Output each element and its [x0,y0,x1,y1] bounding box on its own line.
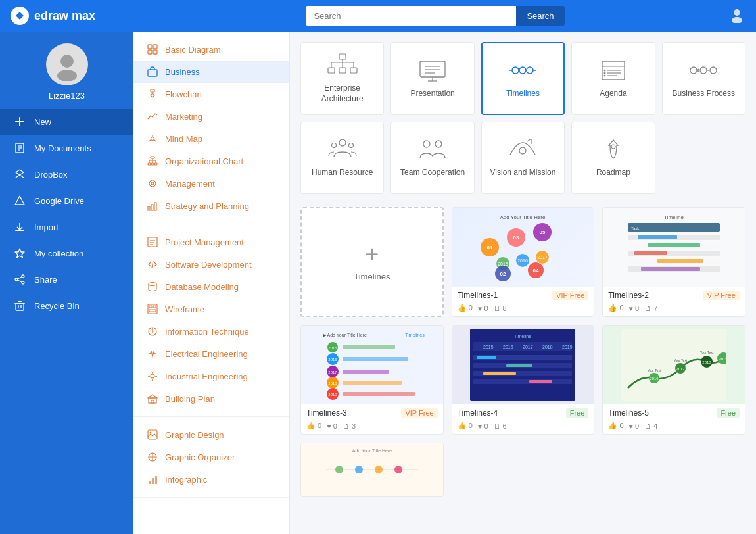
menu-item-electrical[interactable]: Electrical Engineering [133,343,289,365]
sidebar-item-my-collection[interactable]: My collection [0,240,133,266]
category-presentation[interactable]: Presentation [390,42,474,115]
category-human-resource[interactable]: Human Resource [300,122,384,194]
menu-label-org-chart: Organizational Chart [165,157,243,166]
category-label-human-resource: Human Resource [312,168,373,178]
svg-rect-48 [148,206,150,210]
menu-item-software-dev[interactable]: Software Development [133,253,289,276]
svg-rect-58 [149,306,152,308]
template-card-1[interactable]: Add Your Title Here 01 03 05 2015 2016 2… [452,207,595,317]
presentation-icon [417,59,448,82]
template-img-3: ▶ Add Your Title Here Timelines 2015 201… [301,326,443,404]
template-card-2[interactable]: Timeline Task [602,207,745,317]
plus-icon: + [365,243,379,266]
menu-item-infographic[interactable]: Infographic [133,468,289,491]
svg-rect-50 [154,203,156,210]
template-footer-3: Timelines-3 VIP Free [301,404,443,422]
svg-point-56 [149,283,156,286]
category-roadmap[interactable]: Roadmap [571,122,655,194]
search-area: Search [142,6,728,26]
menu-item-project-mgmt[interactable]: Project Management [133,231,289,253]
svg-point-1 [732,17,742,23]
svg-rect-190 [529,380,552,383]
svg-rect-5 [19,117,20,126]
menu-item-org-chart[interactable]: Organizational Chart [133,150,289,172]
menu-item-mind-map[interactable]: Mind Map [133,128,289,150]
template-copies-4: 🗋 6 [494,422,507,430]
user-avatar-icon[interactable] [728,6,745,26]
template-hearts-5: ♥ 0 [629,422,640,430]
template-img-1: Add Your Title Here 01 03 05 2015 2016 2… [452,208,594,287]
menu-item-industrial[interactable]: Industrial Engineering [133,365,289,387]
menu-label-info-tech: Information Technique [165,327,249,337]
template-name-3: Timelines-3 [306,408,347,418]
wireframe-icon [147,303,158,315]
search-input[interactable] [306,6,516,26]
svg-point-117 [339,139,346,146]
svg-point-114 [710,67,717,74]
svg-text:Timelines: Timelines [405,333,425,337]
svg-rect-149 [648,243,700,247]
menu-item-marketing[interactable]: Marketing [133,105,289,128]
star-icon [13,247,26,260]
template-img-6: Add Your Title Here [301,443,443,496]
sidebar-item-google-drive[interactable]: Google Drive [0,187,133,214]
template-footer-4: Timelines-4 Free [452,404,594,422]
menu-item-strategy[interactable]: Strategy and Planning [133,195,289,217]
sidebar-item-dropbox[interactable]: DropBox [0,161,133,187]
menu-item-database[interactable]: Database Modeling [133,276,289,298]
svg-point-73 [150,432,152,434]
svg-point-122 [519,147,526,154]
template-card-new[interactable]: + Timelines [300,207,444,317]
strategy-icon [147,200,158,212]
svg-point-2 [60,55,74,68]
template-badge-5: Free [717,408,740,418]
sidebar-item-my-documents[interactable]: My Documents [0,135,133,161]
main-layout: Lizzie123 New My Documents [0,32,756,534]
svg-rect-29 [148,70,157,76]
search-button[interactable]: Search [516,6,564,26]
svg-rect-39 [151,163,154,165]
category-business-process[interactable]: Business Process [662,42,745,115]
my-documents-icon [13,141,26,155]
menu-label-graphic-organizer: Graphic Organizer [165,452,235,462]
category-agenda[interactable]: Agenda [571,42,655,115]
template-card-5[interactable]: 2016 2017 2018 2019 Your Text Your Text … [602,325,745,435]
menu-item-flowchart[interactable]: Flowchart [133,83,289,105]
menu-item-info-tech[interactable]: Information Technique [133,320,289,343]
sidebar-item-import[interactable]: Import [0,214,133,240]
template-card-4[interactable]: Timeline Timeline 2015 2016 2017 2018 20… [452,325,595,435]
menu-item-wireframe[interactable]: Wireframe [133,298,289,320]
menu-label-electrical: Electrical Engineering [165,349,248,359]
category-team-cooperation[interactable]: Team Cooperation [390,122,474,194]
category-label-agenda: Agenda [600,89,626,99]
dropbox-icon [13,168,26,181]
sidebar-item-new[interactable]: New [0,109,133,135]
svg-point-125 [611,145,615,149]
svg-rect-173 [343,392,415,396]
svg-point-108 [603,72,605,74]
industrial-icon [147,370,158,382]
menu-item-basic-diagram[interactable]: Basic Diagram [133,38,289,61]
menu-item-graphic-design[interactable]: Graphic Design [133,424,289,446]
template-likes-5: 👍 0 [608,422,623,430]
svg-rect-81 [328,68,335,73]
category-vision-mission[interactable]: Vision and Mission [481,122,565,194]
menu-item-business[interactable]: Business [133,61,289,83]
sidebar-item-share[interactable]: Share [0,266,133,293]
svg-text:2017: 2017 [523,345,533,349]
database-icon [147,281,158,293]
template-stats-2: 👍 0 ♥ 0 🗋 7 [603,304,745,316]
sidebar-item-recycle-bin[interactable]: Recycle Bin [0,293,133,319]
menu-item-management[interactable]: Management [133,172,289,195]
template-card-6[interactable]: Add Your Title Here [300,443,444,497]
category-enterprise-architecture[interactable]: Enterprise Architecture [300,42,384,115]
menu-item-graphic-organizer[interactable]: Graphic Organizer [133,446,289,468]
svg-text:2017: 2017 [538,255,548,260]
menu-label-software-dev: Software Development [165,260,252,270]
menu-item-building[interactable]: Building Plan [133,387,289,410]
template-card-3[interactable]: ▶ Add Your Title Here Timelines 2015 201… [300,325,444,435]
basic-diagram-icon [147,43,158,55]
category-timelines[interactable]: Timelines [481,42,565,115]
svg-point-63 [152,328,153,329]
svg-rect-171 [343,370,389,374]
